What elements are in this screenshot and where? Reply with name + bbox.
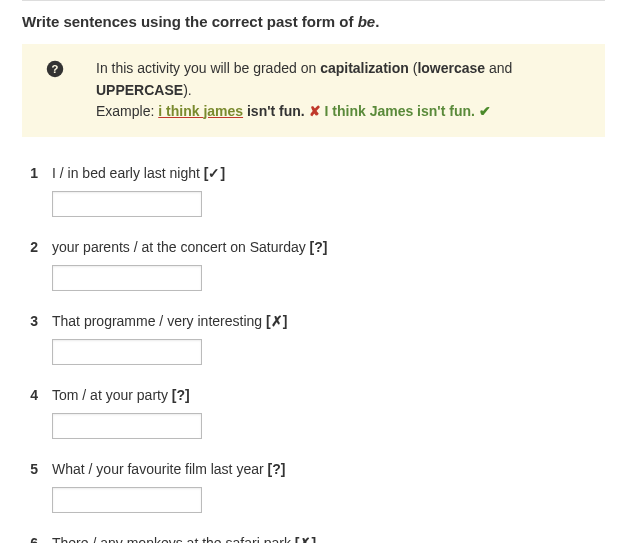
help-icon: ?: [40, 58, 96, 123]
question-prompt: I / in bed early last night [✓]: [52, 165, 225, 181]
info-l1a: In this activity you will be graded on: [96, 60, 320, 76]
example-label: Example:: [96, 103, 158, 119]
instructions-heading: Write sentences using the correct past f…: [0, 13, 627, 44]
prompt-text: What / your favourite film last year: [52, 461, 268, 477]
cross-icon: ✘: [305, 103, 325, 119]
heading-word: be: [358, 13, 376, 30]
question-number: 1: [22, 165, 52, 181]
prompt-row: 6 There / any monkeys at the safari park…: [22, 535, 605, 543]
answer-row: [22, 339, 605, 365]
prompt-row: 1 I / in bed early last night [✓]: [22, 165, 605, 181]
heading-prefix: Write sentences using the correct past f…: [22, 13, 358, 30]
answer-input-3[interactable]: [52, 339, 202, 365]
question-number: 4: [22, 387, 52, 403]
example-wrong-1: i think: [158, 103, 203, 119]
answer-input-1[interactable]: [52, 191, 202, 217]
prompt-row: 5 What / your favourite film last year […: [22, 461, 605, 477]
answer-input-4[interactable]: [52, 413, 202, 439]
question-prompt: That programme / very interesting [✗]: [52, 313, 287, 329]
prompt-row: 2 your parents / at the concert on Satur…: [22, 239, 605, 255]
top-divider: [22, 0, 605, 1]
question-number: 6: [22, 535, 52, 543]
prompt-symbol: [✗]: [266, 313, 287, 329]
questions-list: 1 I / in bed early last night [✓] 2 your…: [0, 165, 627, 543]
question-item: 1 I / in bed early last night [✓]: [22, 165, 605, 217]
question-prompt: There / any monkeys at the safari park […: [52, 535, 316, 543]
question-number: 2: [22, 239, 52, 255]
check-icon: ✔: [479, 103, 491, 119]
question-item: 4 Tom / at your party [?]: [22, 387, 605, 439]
prompt-text: Tom / at your party: [52, 387, 172, 403]
info-l1g: ).: [183, 82, 192, 98]
prompt-symbol: [✓]: [204, 165, 225, 181]
prompt-symbol: [?]: [268, 461, 286, 477]
info-text: In this activity you will be graded on c…: [96, 58, 587, 123]
answer-row: [22, 265, 605, 291]
answer-input-5[interactable]: [52, 487, 202, 513]
info-box: ? In this activity you will be graded on…: [22, 44, 605, 137]
question-item: 5 What / your favourite film last year […: [22, 461, 605, 513]
question-prompt: What / your favourite film last year [?]: [52, 461, 285, 477]
question-number: 3: [22, 313, 52, 329]
question-number: 5: [22, 461, 52, 477]
question-item: 3 That programme / very interesting [✗]: [22, 313, 605, 365]
prompt-symbol: [?]: [172, 387, 190, 403]
example-wrong-3: isn't fun.: [243, 103, 305, 119]
info-l1b: capitalization: [320, 60, 409, 76]
answer-row: [22, 487, 605, 513]
prompt-row: 3 That programme / very interesting [✗]: [22, 313, 605, 329]
answer-row: [22, 413, 605, 439]
question-item: 2 your parents / at the concert on Satur…: [22, 239, 605, 291]
prompt-symbol: [✗]: [295, 535, 316, 543]
example-wrong-2: james: [203, 103, 243, 119]
question-prompt: Tom / at your party [?]: [52, 387, 190, 403]
prompt-symbol: [?]: [310, 239, 328, 255]
heading-suffix: .: [375, 13, 379, 30]
prompt-text: That programme / very interesting: [52, 313, 266, 329]
svg-text:?: ?: [52, 63, 59, 75]
info-l1e: and: [485, 60, 512, 76]
question-item: 6 There / any monkeys at the safari park…: [22, 535, 605, 543]
question-prompt: your parents / at the concert on Saturda…: [52, 239, 327, 255]
prompt-row: 4 Tom / at your party [?]: [22, 387, 605, 403]
info-l1f: UPPERCASE: [96, 82, 183, 98]
example-right: I think James isn't fun.: [325, 103, 479, 119]
prompt-text: I / in bed early last night: [52, 165, 204, 181]
info-l1d: lowercase: [417, 60, 485, 76]
answer-input-2[interactable]: [52, 265, 202, 291]
prompt-text: your parents / at the concert on Saturda…: [52, 239, 310, 255]
prompt-text: There / any monkeys at the safari park: [52, 535, 295, 543]
answer-row: [22, 191, 605, 217]
